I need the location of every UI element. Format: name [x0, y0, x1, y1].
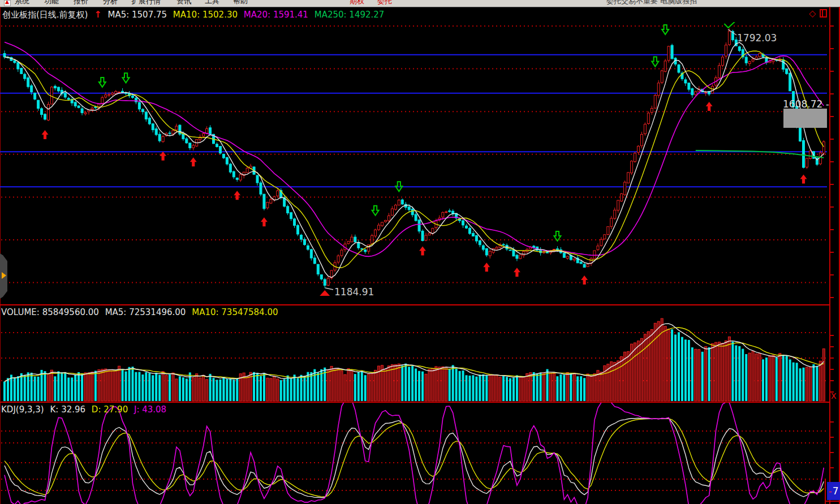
kdj-title: KDJ(9,3,3) — [1, 404, 44, 415]
up-arrow-icon: ↑ — [94, 9, 101, 20]
axis-tick — [830, 452, 834, 453]
ma250-label: MA250: 1492.27 — [315, 10, 385, 20]
main-indicator-row: 创业板指(日线.前复权) ↑ MA5: 1507.75 MA10: 1502.3… — [2, 9, 387, 20]
menu-item-extended[interactable]: 扩展行情 — [131, 0, 161, 6]
menu-item-quote[interactable]: 报价 — [74, 0, 88, 6]
axis-tick — [830, 206, 834, 208]
axis-tick — [830, 161, 834, 162]
kdj-chart-canvas[interactable] — [0, 403, 827, 504]
page-number-badge[interactable]: -7 — [827, 482, 840, 500]
axis-tick — [830, 369, 834, 370]
volume-chart-canvas[interactable] — [0, 305, 827, 402]
cursor-price-label: 1608.72 - — [783, 98, 829, 110]
volume-ma10-label: MA10: 73547584.00 — [192, 307, 278, 317]
axis-tick — [830, 25, 834, 27]
volume-label: VOLUME: 85849560.00 — [1, 307, 99, 317]
kdj-k-label: K: 32.96 — [50, 404, 85, 415]
kdj-indicator-row: KDJ(9,3,3) K: 32.96 D: 27.90 J: 43.08 — [1, 404, 170, 415]
kdj-j-label: J: 43.08 — [134, 404, 166, 415]
axis-tick — [830, 93, 834, 94]
low-price-label: 1184.91 — [334, 286, 374, 298]
menu-item-function[interactable]: 功能 — [44, 0, 59, 6]
menu-item-trade[interactable]: 委托 — [377, 0, 392, 6]
ma10-label: MA10: 1502.30 — [173, 10, 238, 20]
axis-tick — [830, 229, 834, 230]
axis-tick — [830, 71, 834, 72]
volume-indicator-row: VOLUME: 85849560.00 MA5: 72531496.00 MA1… — [1, 307, 282, 317]
menu-item-system[interactable]: 系统 — [15, 0, 29, 6]
ma5-label: MA5: 1507.75 — [107, 10, 167, 20]
menu-item-tools[interactable]: 工具 — [205, 0, 219, 6]
axis-tick — [830, 274, 834, 275]
menu-item-options[interactable]: 期权 — [350, 0, 364, 6]
volume-ma5-label: MA5: 72531496.00 — [105, 307, 186, 317]
menu-item-help[interactable]: 帮助 — [233, 0, 248, 6]
peak-price-label: 1792.03 — [737, 32, 777, 44]
menu-item-analysis[interactable]: 分析 — [103, 0, 118, 6]
trading-terminal: ▲ 系统 功能 报价 分析 扩展行情 资讯 工具 帮助 期权 委托 委托交易不重… — [0, 0, 840, 504]
panel-expand-tab[interactable] — [0, 253, 7, 299]
volume-unit-label: X — [831, 391, 837, 400]
axis-tick — [830, 421, 834, 423]
menubar: ▲ 系统 功能 报价 分析 扩展行情 资讯 工具 帮助 期权 委托 委托交易不重… — [0, 0, 840, 7]
kdj-d-label: D: 27.90 — [92, 404, 128, 415]
diamond-icon[interactable]: ◇ — [809, 8, 816, 19]
axis-tick — [830, 380, 834, 381]
instrument-title: 创业板指(日线.前复权) — [2, 10, 88, 20]
axis-tick — [830, 335, 834, 336]
axis-tick — [830, 184, 834, 185]
badge-frame-bottom — [825, 501, 840, 502]
app-icon[interactable]: ▲ — [4, 0, 11, 6]
price-axis-line — [829, 7, 830, 504]
axis-tick — [830, 467, 834, 468]
axis-tick — [830, 346, 834, 347]
axis-tick — [830, 437, 834, 438]
menu-item-news[interactable]: 资讯 — [176, 0, 191, 6]
expand-arrow-icon — [2, 272, 6, 279]
main-chart-canvas[interactable] — [0, 22, 827, 305]
axis-tick — [830, 252, 834, 253]
ma20-label: MA20: 1591.41 — [244, 10, 308, 20]
axis-tick — [830, 139, 834, 140]
layout-icon[interactable] — [820, 9, 827, 18]
menubar-right-text: 委托交易不重要 电脑版独招 — [606, 0, 697, 6]
cursor-price-box — [783, 109, 827, 128]
axis-tick — [830, 116, 834, 117]
axis-tick — [830, 357, 834, 359]
axis-tick — [830, 297, 834, 298]
axis-tick — [830, 48, 834, 49]
